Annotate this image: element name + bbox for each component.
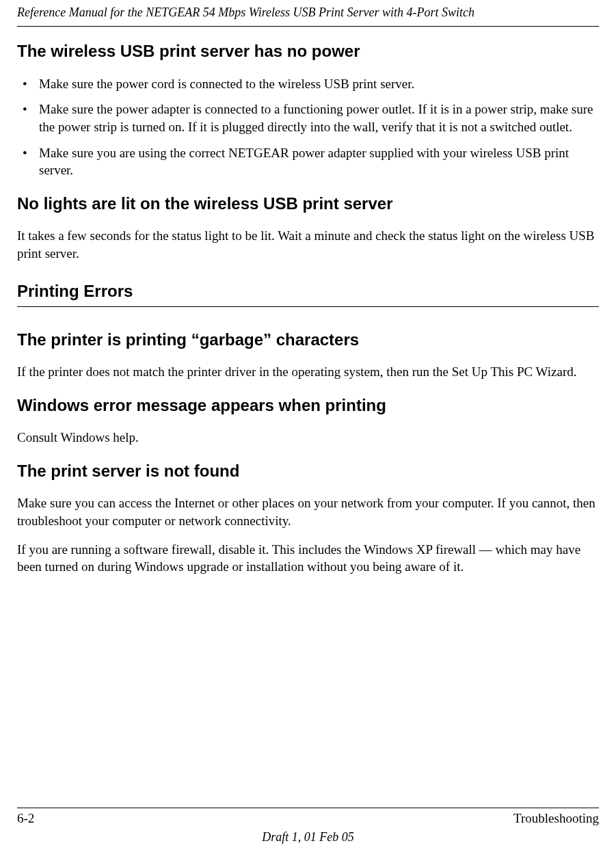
body-text: If the printer does not match the printe…	[17, 363, 599, 381]
heading-no-lights: No lights are lit on the wireless USB pr…	[17, 193, 599, 215]
page-footer: 6-2 Troubleshooting Draft 1, 01 Feb 05	[17, 808, 599, 845]
running-header: Reference Manual for the NETGEAR 54 Mbps…	[17, 0, 599, 27]
footer-rule	[17, 808, 599, 808]
body-text: If you are running a software firewall, …	[17, 541, 599, 576]
body-text: Make sure you can access the Internet or…	[17, 494, 599, 529]
heading-no-power: The wireless USB print server has no pow…	[17, 40, 599, 62]
page-number: 6-2	[17, 810, 34, 827]
list-item: Make sure the power cord is connected to…	[17, 75, 599, 93]
heading-windows-error: Windows error message appears when print…	[17, 395, 599, 416]
body-text: Consult Windows help.	[17, 429, 599, 447]
draft-label: Draft 1, 01 Feb 05	[17, 829, 599, 845]
body-text: It takes a few seconds for the status li…	[17, 227, 599, 262]
heading-not-found: The print server is not found	[17, 460, 599, 482]
heading-garbage-chars: The printer is printing “garbage” charac…	[17, 329, 599, 351]
list-item: Make sure the power adapter is connected…	[17, 101, 599, 135]
heading-printing-errors: Printing Errors	[17, 280, 599, 307]
list-item: Make sure you are using the correct NETG…	[17, 144, 599, 179]
section-name: Troubleshooting	[513, 810, 599, 827]
bullet-list-no-power: Make sure the power cord is connected to…	[17, 75, 599, 179]
